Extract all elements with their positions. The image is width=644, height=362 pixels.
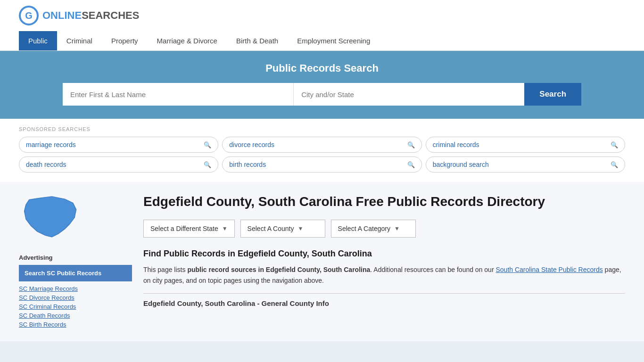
sidebar-link-divorce[interactable]: SC Divorce Records	[19, 294, 132, 301]
pill-background-search[interactable]: background search 🔍	[426, 156, 625, 173]
sc-state-link[interactable]: South Carolina State Public Records	[495, 266, 603, 273]
state-dropdown[interactable]: Select a Different State ▼	[143, 220, 235, 238]
pill-divorce-text: divorce records	[229, 141, 274, 148]
sidebar-link-marriage[interactable]: SC Marriage Records	[19, 285, 132, 292]
name-input[interactable]	[63, 83, 294, 106]
search-pills-grid: marriage records 🔍 divorce records 🔍 cri…	[19, 137, 625, 173]
sponsored-label: SPONSORED SEARCHES	[19, 126, 625, 132]
state-map	[19, 193, 132, 247]
pill-death-text: death records	[26, 161, 66, 168]
search-icon-2: 🔍	[407, 141, 415, 148]
search-banner-title: Public Records Search	[19, 62, 625, 74]
nav-item-property[interactable]: Property	[102, 31, 148, 50]
chevron-down-icon-county: ▼	[297, 225, 303, 232]
search-icon-4: 🔍	[204, 161, 211, 168]
header: G ONLINESEARCHES	[0, 0, 644, 31]
chevron-down-icon-state: ▼	[222, 225, 228, 232]
logo: ONLINESEARCHES	[42, 9, 139, 22]
sidebar-link-death[interactable]: SC Death Records	[19, 312, 132, 319]
desc-part2: . Additional resources can be found on o…	[370, 266, 495, 273]
category-dropdown-label: Select A Category	[338, 225, 390, 232]
pill-background-text: background search	[433, 161, 489, 168]
nav-item-public[interactable]: Public	[19, 31, 57, 50]
pill-death-records[interactable]: death records 🔍	[19, 156, 218, 173]
chevron-down-icon-category: ▼	[394, 225, 400, 232]
pill-divorce-records[interactable]: divorce records 🔍	[222, 137, 421, 153]
sc-state-map-icon	[19, 193, 85, 245]
location-input[interactable]	[294, 83, 524, 106]
search-icon-6: 🔍	[611, 161, 618, 168]
main-nav: Public Criminal Property Marriage & Divo…	[0, 31, 644, 51]
category-dropdown[interactable]: Select A Category ▼	[331, 220, 416, 238]
ad-box[interactable]: Search SC Public Records	[19, 265, 132, 281]
advertising-label: Advertising	[19, 254, 132, 261]
logo-searches-text: SEARCHES	[82, 9, 139, 21]
page-title: Edgefield County, South Carolina Free Pu…	[143, 193, 625, 210]
pill-criminal-records[interactable]: criminal records 🔍	[426, 137, 625, 153]
search-icon-1: 🔍	[204, 141, 211, 148]
sidebar: Advertising Search SC Public Records SC …	[19, 193, 132, 330]
county-dropdown-label: Select A County	[248, 225, 294, 232]
nav-item-employment[interactable]: Employment Screening	[288, 31, 380, 50]
pill-marriage-records[interactable]: marriage records 🔍	[19, 137, 218, 153]
pill-criminal-text: criminal records	[433, 141, 479, 148]
search-button[interactable]: Search	[524, 83, 581, 106]
state-dropdown-label: Select a Different State	[150, 225, 218, 232]
pill-birth-records[interactable]: birth records 🔍	[222, 156, 421, 173]
sidebar-link-birth[interactable]: SC Birth Records	[19, 321, 132, 328]
general-info-label: Edgefield County, South Carolina - Gener…	[143, 299, 625, 307]
search-form: Search	[63, 83, 581, 106]
county-dropdown[interactable]: Select A County ▼	[240, 220, 325, 238]
logo-online-text: ONLINE	[42, 9, 82, 21]
desc-part1: This page lists	[143, 266, 187, 273]
divider	[143, 293, 625, 294]
desc-bold: public record sources in Edgefield Count…	[187, 266, 370, 273]
sidebar-link-criminal[interactable]: SC Criminal Records	[19, 303, 132, 310]
nav-item-criminal[interactable]: Criminal	[57, 31, 102, 50]
page-content: Edgefield County, South Carolina Free Pu…	[143, 193, 625, 330]
nav-item-birth-death[interactable]: Birth & Death	[227, 31, 288, 50]
search-icon-3: 🔍	[611, 141, 618, 148]
search-icon-5: 🔍	[407, 161, 415, 168]
pill-marriage-text: marriage records	[26, 141, 76, 148]
main-content: Advertising Search SC Public Records SC …	[0, 182, 644, 341]
logo-icon: G	[19, 6, 39, 25]
dropdowns-row: Select a Different State ▼ Select A Coun…	[143, 220, 625, 238]
description-text: This page lists public record sources in…	[143, 264, 625, 286]
pill-birth-text: birth records	[229, 161, 266, 168]
search-banner: Public Records Search Search	[0, 51, 644, 119]
nav-item-marriage-divorce[interactable]: Marriage & Divorce	[148, 31, 227, 50]
find-records-title: Find Public Records in Edgefield County,…	[143, 249, 625, 259]
sponsored-section: SPONSORED SEARCHES marriage records 🔍 di…	[0, 119, 644, 182]
